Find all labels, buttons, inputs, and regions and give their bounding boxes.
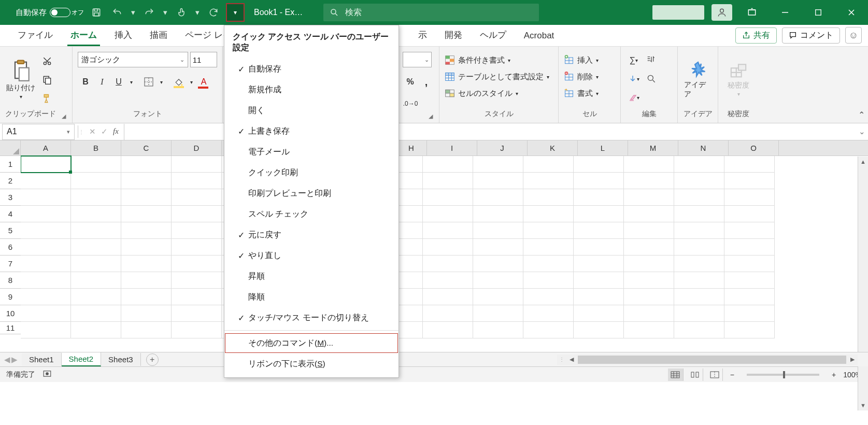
cell[interactable] bbox=[21, 289, 71, 305]
sensitivity-button[interactable]: 秘密度▾ bbox=[727, 61, 750, 98]
cell[interactable] bbox=[674, 189, 724, 206]
cell[interactable] bbox=[172, 289, 222, 305]
cell[interactable] bbox=[523, 272, 574, 289]
qat-menu-item[interactable]: ✓自動保存 bbox=[224, 59, 399, 79]
cell[interactable] bbox=[423, 256, 473, 272]
cell[interactable] bbox=[473, 206, 523, 222]
cell[interactable] bbox=[674, 322, 724, 338]
cell[interactable] bbox=[574, 305, 624, 322]
col-header[interactable]: B bbox=[71, 140, 121, 155]
qat-menu-item[interactable]: クイック印刷 bbox=[224, 162, 399, 183]
ideas-button[interactable]: アイデア bbox=[683, 60, 713, 100]
cell[interactable] bbox=[121, 322, 172, 338]
qat-menu-item[interactable]: 印刷プレビューと印刷 bbox=[224, 183, 399, 204]
page-break-view-icon[interactable] bbox=[707, 369, 723, 381]
cell[interactable] bbox=[523, 206, 574, 222]
cell[interactable] bbox=[674, 289, 724, 305]
vertical-scrollbar[interactable]: ▲ ▼ bbox=[858, 157, 868, 410]
cell[interactable] bbox=[71, 256, 121, 272]
cell[interactable] bbox=[172, 189, 222, 206]
cell[interactable] bbox=[574, 272, 624, 289]
page-layout-view-icon[interactable] bbox=[688, 369, 703, 381]
underline-dropdown[interactable]: ▾ bbox=[127, 75, 135, 89]
cell[interactable] bbox=[71, 305, 121, 322]
cell[interactable] bbox=[121, 222, 172, 239]
cell[interactable] bbox=[172, 206, 222, 222]
comma-button[interactable]: , bbox=[419, 75, 434, 89]
cell[interactable] bbox=[473, 173, 523, 189]
col-header[interactable]: L bbox=[578, 140, 628, 155]
sheet-tab[interactable]: Sheet1 bbox=[22, 353, 62, 366]
scroll-left-icon[interactable]: ◀ bbox=[566, 356, 577, 363]
cell[interactable] bbox=[473, 239, 523, 256]
cell[interactable] bbox=[674, 272, 724, 289]
cell[interactable] bbox=[674, 156, 724, 173]
autosave-toggle[interactable]: 自動保存 オフ bbox=[16, 8, 84, 18]
row-header[interactable]: 11 bbox=[0, 322, 21, 334]
cell[interactable] bbox=[523, 322, 574, 338]
cell[interactable] bbox=[574, 173, 624, 189]
autosum-button[interactable]: ∑ ▾ bbox=[626, 53, 642, 67]
tab-view-partial[interactable]: 示 bbox=[416, 25, 435, 46]
format-painter-icon[interactable] bbox=[39, 91, 55, 106]
tab-acrobat[interactable]: Acrobat bbox=[516, 26, 563, 46]
qat-menu-item[interactable]: スペル チェック bbox=[224, 204, 399, 224]
sheet-tab[interactable]: Sheet2 bbox=[62, 352, 102, 366]
cell[interactable] bbox=[473, 272, 523, 289]
cell[interactable] bbox=[523, 173, 574, 189]
autosave-switch[interactable] bbox=[50, 8, 70, 17]
cell[interactable] bbox=[172, 305, 222, 322]
row-header[interactable]: 2 bbox=[0, 173, 21, 189]
show-below-ribbon-item[interactable]: リボンの下に表示(S) bbox=[224, 353, 399, 374]
copy-icon[interactable] bbox=[39, 73, 55, 87]
cell[interactable] bbox=[724, 222, 775, 239]
cell[interactable] bbox=[121, 305, 172, 322]
sheet-tab[interactable]: Sheet3 bbox=[101, 353, 141, 366]
cell[interactable] bbox=[523, 189, 574, 206]
cell[interactable] bbox=[724, 272, 775, 289]
cell[interactable] bbox=[674, 256, 724, 272]
horizontal-scrollbar[interactable]: ⋮ ◀ ▶ bbox=[557, 355, 858, 365]
expand-formula-bar-icon[interactable]: ⌄ bbox=[856, 127, 868, 136]
cell[interactable] bbox=[724, 206, 775, 222]
qat-menu-item[interactable]: 昇順 bbox=[224, 266, 399, 287]
cell[interactable] bbox=[624, 173, 674, 189]
percent-button[interactable]: % bbox=[403, 75, 418, 89]
col-header[interactable]: O bbox=[729, 140, 779, 155]
fill-color-button[interactable] bbox=[171, 75, 187, 89]
cell[interactable] bbox=[423, 222, 473, 239]
cell[interactable] bbox=[21, 256, 71, 272]
italic-button[interactable]: I bbox=[94, 75, 110, 89]
cell[interactable] bbox=[473, 305, 523, 322]
scroll-up-icon[interactable]: ▲ bbox=[858, 157, 868, 167]
row-header[interactable]: 9 bbox=[0, 289, 21, 305]
cell[interactable] bbox=[724, 239, 775, 256]
sheet-nav[interactable]: ◀▶ bbox=[0, 355, 22, 364]
cell[interactable] bbox=[121, 239, 172, 256]
collapse-ribbon-icon[interactable]: ⌃ bbox=[858, 110, 865, 120]
feedback-icon[interactable]: ☺ bbox=[845, 27, 862, 44]
scroll-right-icon[interactable]: ▶ bbox=[847, 356, 858, 363]
undo-dropdown-icon[interactable]: ▾ bbox=[130, 4, 137, 21]
cell[interactable] bbox=[674, 222, 724, 239]
cell[interactable] bbox=[574, 289, 624, 305]
border-dropdown[interactable]: ▾ bbox=[158, 75, 165, 89]
cell[interactable] bbox=[624, 156, 674, 173]
cell[interactable] bbox=[172, 256, 222, 272]
fill-button[interactable]: ▾ bbox=[626, 72, 642, 86]
cell[interactable] bbox=[724, 156, 775, 173]
name-box[interactable]: A1▾ bbox=[2, 124, 75, 140]
namebox-resize[interactable]: ⋮ bbox=[78, 125, 84, 138]
find-select-button[interactable] bbox=[644, 72, 659, 86]
cell[interactable] bbox=[523, 305, 574, 322]
col-header[interactable]: J bbox=[477, 140, 528, 155]
row-header[interactable]: 8 bbox=[0, 272, 21, 289]
qat-menu-item[interactable]: 降順 bbox=[224, 287, 399, 307]
cell[interactable] bbox=[473, 222, 523, 239]
cell[interactable] bbox=[423, 173, 473, 189]
cell[interactable] bbox=[121, 156, 172, 173]
zoom-slider[interactable] bbox=[747, 374, 819, 376]
cell[interactable] bbox=[423, 239, 473, 256]
sort-filter-button[interactable] bbox=[644, 53, 659, 67]
format-as-table-button[interactable]: テーブルとして書式設定▾ bbox=[445, 69, 553, 84]
